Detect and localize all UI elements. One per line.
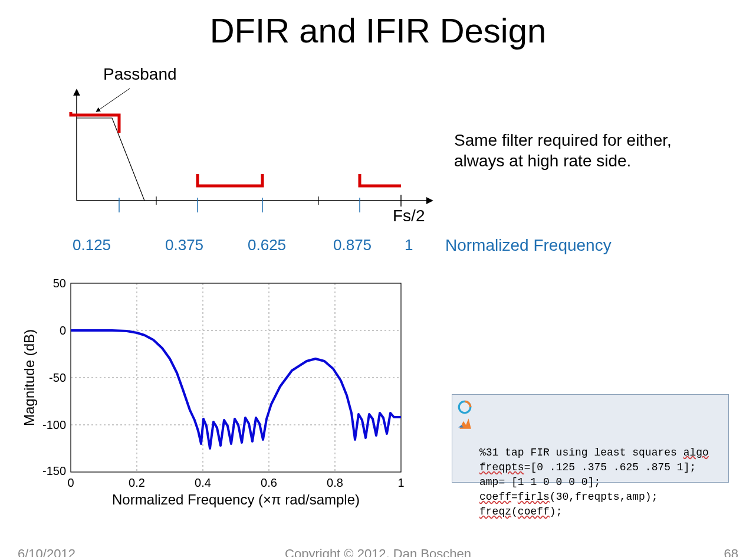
- svg-text:-150: -150: [42, 464, 66, 477]
- svg-text:0.8: 0.8: [327, 476, 343, 489]
- code-line-3: amp= [1 1 0 0 0 0];: [479, 476, 600, 488]
- fs2-label: Fs/2: [393, 207, 425, 225]
- side-note: Same filter required for either, always …: [454, 130, 737, 171]
- footer-page-number: 68: [724, 546, 738, 557]
- xtick-1: 1: [405, 236, 413, 254]
- svg-text:0.2: 0.2: [129, 476, 145, 489]
- xtick-0p875: 0.875: [333, 236, 372, 254]
- note-line-1: Same filter required for either,: [454, 131, 672, 149]
- matlab-icon: [457, 416, 472, 431]
- code-line-2: freqpts=[0 .125 .375 .625 .875 1];: [479, 461, 696, 473]
- passband-annotation: Passband: [103, 65, 177, 84]
- svg-line-9: [97, 89, 130, 111]
- svg-text:Magnitude (dB): Magnitude (dB): [21, 329, 37, 426]
- svg-text:0: 0: [67, 476, 74, 489]
- xtick-0p125: 0.125: [73, 236, 111, 254]
- code-panel: %31 tap FIR using least squares algo fre…: [452, 394, 729, 483]
- mask-diagram: [53, 83, 436, 212]
- svg-text:0: 0: [60, 324, 66, 337]
- note-line-2: always at high rate side.: [454, 152, 631, 170]
- svg-text:1: 1: [397, 476, 404, 489]
- x-axis-caption: Normalized Frequency: [445, 236, 612, 255]
- xtick-0p375: 0.375: [165, 236, 203, 254]
- svg-text:-100: -100: [42, 418, 66, 431]
- code-line-4: coeff=firls(30,freqpts,amp);: [479, 491, 658, 503]
- magnitude-plot: 50 0 -50 -100 -150 0 0.2 0.4 0.6 0.8 1 N…: [18, 271, 419, 507]
- svg-text:-50: -50: [49, 371, 66, 384]
- svg-text:Normalized Frequency  (×π rad/: Normalized Frequency (×π rad/sample): [112, 492, 360, 507]
- slide: DFIR and IFIR Design Passband Fs/2: [0, 0, 756, 557]
- svg-text:0.4: 0.4: [195, 476, 211, 489]
- svg-text:0.6: 0.6: [261, 476, 277, 489]
- xtick-0p625: 0.625: [248, 236, 286, 254]
- code-line-5: freqz(coeff);: [479, 506, 562, 517]
- code-line-1: %31 tap FIR using least squares algo: [479, 447, 709, 458]
- footer-copyright: Copyright © 2012, Dan Boschen: [0, 546, 756, 557]
- octave-icon: [457, 399, 472, 415]
- page-title: DFIR and IFIR Design: [0, 11, 756, 50]
- svg-text:50: 50: [53, 277, 66, 290]
